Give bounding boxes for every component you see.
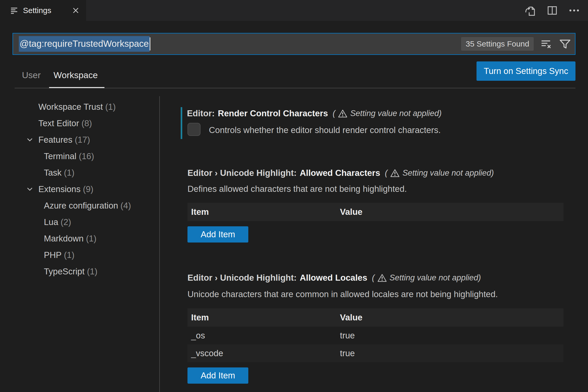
settings-editor-icon bbox=[10, 6, 18, 15]
warning-icon bbox=[390, 168, 400, 178]
warning-icon bbox=[377, 273, 387, 283]
results-count-badge: 35 Settings Found bbox=[461, 37, 534, 51]
render-control-characters-checkbox[interactable] bbox=[187, 123, 201, 136]
toc-item-php[interactable]: PHP(1) bbox=[0, 247, 158, 263]
table-header-row: Item Value bbox=[187, 308, 563, 327]
tab-title: Settings bbox=[23, 6, 51, 15]
close-icon[interactable] bbox=[72, 6, 80, 15]
settings-editor: Settings bbox=[0, 0, 588, 392]
editor-tab-bar: Settings bbox=[0, 0, 588, 21]
toc-item-task[interactable]: Task(1) bbox=[0, 164, 158, 181]
setting-title-allowed-characters: Editor › Unicode Highlight: Allowed Char… bbox=[187, 167, 494, 179]
tab-user-settings[interactable]: User bbox=[22, 70, 41, 80]
toc-item-workspace-trust[interactable]: Workspace Trust(1) bbox=[0, 99, 158, 115]
add-item-button[interactable]: Add Item bbox=[187, 367, 248, 384]
toc-item-terminal[interactable]: Terminal(16) bbox=[0, 148, 158, 164]
editor-actions bbox=[524, 0, 581, 21]
tab-settings[interactable]: Settings bbox=[0, 0, 86, 21]
split-editor-icon[interactable] bbox=[546, 4, 559, 17]
toc-item-features[interactable]: Features(17) bbox=[0, 131, 158, 148]
setting-title-allowed-locales: Editor › Unicode Highlight: Allowed Loca… bbox=[187, 272, 481, 284]
search-value: @tag:requireTrustedWorkspace bbox=[19, 36, 150, 52]
setting-description: Unicode characters that are common in al… bbox=[187, 290, 498, 299]
warning-icon bbox=[338, 109, 348, 118]
setting-description: Controls whether the editor should rende… bbox=[209, 125, 441, 135]
table-row[interactable]: _os true bbox=[187, 327, 563, 344]
toc-item-azure-configuration[interactable]: Azure configuration(4) bbox=[0, 197, 158, 214]
toc-item-typescript[interactable]: TypeScript(1) bbox=[0, 263, 158, 280]
add-item-button[interactable]: Add Item bbox=[187, 226, 248, 243]
toc-splitter-sash[interactable] bbox=[159, 96, 160, 392]
setting-title-render-control-characters: Editor: Render Control Characters ( Sett… bbox=[187, 108, 442, 119]
settings-search-input[interactable]: @tag:requireTrustedWorkspace 35 Settings… bbox=[13, 33, 575, 55]
text-cursor bbox=[150, 37, 150, 50]
open-settings-json-icon[interactable] bbox=[524, 4, 537, 17]
table-header-row: Item Value bbox=[187, 203, 563, 221]
active-tab-underline bbox=[49, 87, 104, 88]
setting-warning: ( Setting value not applied) bbox=[333, 109, 442, 118]
setting-warning: ( Setting value not applied) bbox=[385, 168, 494, 178]
setting-warning: ( Setting value not applied) bbox=[372, 273, 481, 283]
tab-workspace-settings[interactable]: Workspace bbox=[54, 70, 98, 80]
clear-search-icon[interactable] bbox=[540, 38, 552, 50]
toc-item-extensions[interactable]: Extensions(9) bbox=[0, 181, 158, 197]
filter-icon[interactable] bbox=[559, 38, 571, 50]
toc-item-lua[interactable]: Lua(2) bbox=[0, 214, 158, 230]
chevron-down-icon[interactable] bbox=[26, 136, 38, 144]
allowed-locales-table: Item Value _os true _vscode true bbox=[187, 308, 563, 362]
allowed-characters-table: Item Value bbox=[187, 203, 563, 221]
turn-on-settings-sync-button[interactable]: Turn on Settings Sync bbox=[477, 61, 575, 81]
modified-setting-indicator bbox=[181, 107, 182, 139]
toc-item-text-editor[interactable]: Text Editor(8) bbox=[0, 115, 158, 131]
chevron-down-icon[interactable] bbox=[26, 185, 38, 193]
more-actions-icon[interactable] bbox=[568, 4, 581, 17]
toc-item-markdown[interactable]: Markdown(1) bbox=[0, 230, 158, 247]
settings-toc: Workspace Trust(1) Text Editor(8) Featur… bbox=[0, 99, 158, 280]
table-row[interactable]: _vscode true bbox=[187, 344, 563, 362]
setting-description: Defines allowed characters that are not … bbox=[187, 184, 407, 194]
